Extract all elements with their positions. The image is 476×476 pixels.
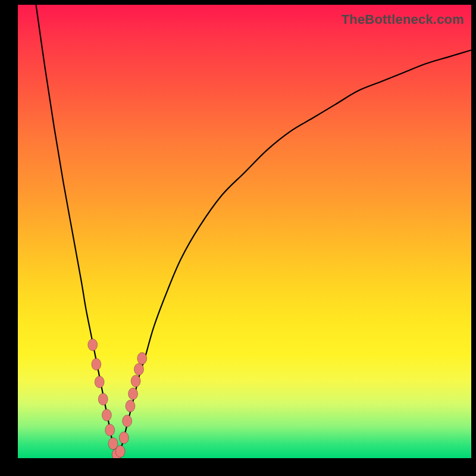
data-marker xyxy=(123,415,132,427)
data-marker xyxy=(115,446,125,458)
curve-left-branch xyxy=(36,5,117,458)
data-marker xyxy=(95,376,104,388)
data-marker xyxy=(92,358,101,370)
data-marker xyxy=(119,432,129,444)
data-marker xyxy=(98,393,108,405)
curve-layer xyxy=(18,5,471,458)
data-marker xyxy=(126,400,135,412)
data-marker xyxy=(137,352,147,364)
data-marker xyxy=(105,424,115,436)
chart-frame: TheBottleneck.com xyxy=(0,0,476,476)
data-marker xyxy=(134,364,143,375)
marker-group xyxy=(88,339,147,459)
data-marker xyxy=(131,375,140,387)
curve-right-branch xyxy=(118,50,471,458)
data-marker xyxy=(129,388,138,400)
plot-area: TheBottleneck.com xyxy=(18,5,471,458)
data-marker xyxy=(102,409,111,421)
data-marker xyxy=(88,339,98,351)
